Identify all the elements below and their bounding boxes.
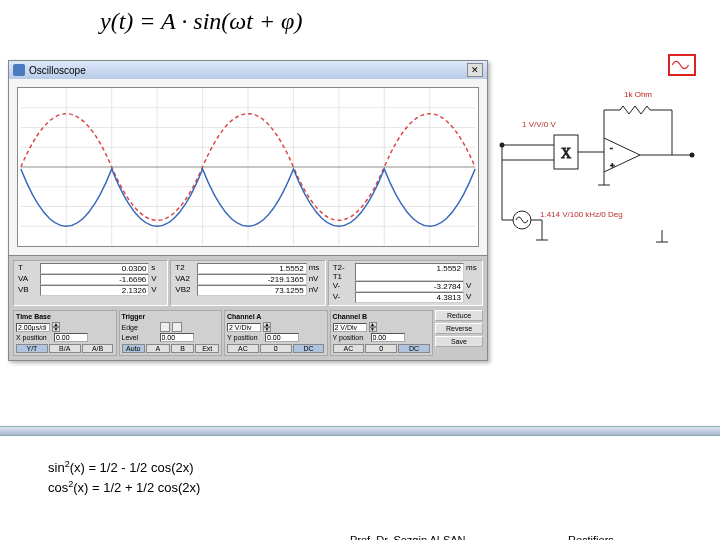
cha-scale-input[interactable] bbox=[227, 323, 261, 332]
readout-delta: T2-T11.5552ms V--3.2784V V-4.3813V bbox=[328, 260, 483, 306]
trig-ext-button[interactable]: Ext bbox=[195, 344, 219, 353]
footer-author: Prof. Dr. Sezgin ALSAN bbox=[350, 534, 466, 540]
chb-header: Channel B bbox=[333, 313, 431, 320]
timebase-panel: Time Base ▲▼ X position Y/T B/A A/B bbox=[13, 310, 117, 356]
channel-a-panel: Channel A ▲▼ Y position AC 0 DC bbox=[224, 310, 328, 356]
trigger-header: Trigger bbox=[122, 313, 220, 320]
edge-fall-button[interactable] bbox=[172, 322, 182, 332]
trig-a-button[interactable]: A bbox=[146, 344, 170, 353]
edge-rise-button[interactable] bbox=[160, 322, 170, 332]
mode-ba-button[interactable]: B/A bbox=[49, 344, 81, 353]
timebase-header: Time Base bbox=[16, 313, 114, 320]
horizontal-bar bbox=[0, 426, 720, 436]
oscilloscope-window: Oscilloscope ✕ bbox=[8, 60, 488, 361]
cha-0-button[interactable]: 0 bbox=[260, 344, 292, 353]
readout-row: T0.0300s VA-1.6696V VB2.1326V T21.5552ms… bbox=[13, 260, 483, 306]
channel-b-panel: Channel B ▲▼ Y position AC 0 DC bbox=[330, 310, 434, 356]
chb-ac-button[interactable]: AC bbox=[333, 344, 365, 353]
schematic-svg: X - + bbox=[492, 80, 702, 260]
mode-yt-button[interactable]: Y/T bbox=[16, 344, 48, 353]
trig-b-button[interactable]: B bbox=[171, 344, 195, 353]
cha-dc-button[interactable]: DC bbox=[293, 344, 325, 353]
cha-ypos-input[interactable] bbox=[265, 333, 299, 342]
chb-scale-input[interactable] bbox=[333, 323, 367, 332]
timebase-scale-input[interactable] bbox=[16, 323, 50, 332]
svg-point-39 bbox=[500, 143, 505, 148]
spinner[interactable]: ▲▼ bbox=[52, 322, 60, 332]
save-button[interactable]: Save bbox=[435, 336, 483, 347]
scope-display-area bbox=[9, 79, 487, 255]
window-title: Oscilloscope bbox=[29, 65, 86, 76]
chb-dc-button[interactable]: DC bbox=[398, 344, 430, 353]
trigger-level-input[interactable] bbox=[160, 333, 194, 342]
window-titlebar[interactable]: Oscilloscope ✕ bbox=[9, 61, 487, 79]
cha-header: Channel A bbox=[227, 313, 325, 320]
readout-t2: T21.5552ms VA2-219.1365nV VB273.1255nV bbox=[170, 260, 325, 306]
close-button[interactable]: ✕ bbox=[467, 63, 483, 77]
trig-identities: sin2(x) = 1/2 - 1/2 cos(2x) cos2(x) = 1/… bbox=[48, 458, 200, 497]
trigger-panel: Trigger Edge Level Auto A B Ext bbox=[119, 310, 223, 356]
equation-text: y(t) = A · sin(ωt + φ) bbox=[100, 8, 302, 35]
scope-screen[interactable] bbox=[17, 87, 479, 247]
cha-ac-button[interactable]: AC bbox=[227, 344, 259, 353]
svg-text:+: + bbox=[610, 161, 615, 170]
chb-0-button[interactable]: 0 bbox=[365, 344, 397, 353]
side-buttons: Reduce Reverse Save bbox=[435, 310, 483, 356]
circuit-schematic: 1k Ohm 1 V/V/0 V 1.414 V/100 kHz/0 Deg X… bbox=[492, 80, 702, 260]
svg-text:-: - bbox=[610, 143, 613, 152]
readout-t1: T0.0300s VA-1.6696V VB2.1326V bbox=[13, 260, 168, 306]
footer-topic: Rectifiers bbox=[568, 534, 614, 540]
scope-controls: T0.0300s VA-1.6696V VB2.1326V T21.5552ms… bbox=[9, 255, 487, 360]
timebase-xpos-input[interactable] bbox=[54, 333, 88, 342]
reduce-button[interactable]: Reduce bbox=[435, 310, 483, 321]
svg-point-40 bbox=[690, 153, 695, 158]
reverse-button[interactable]: Reverse bbox=[435, 323, 483, 334]
trig-auto-button[interactable]: Auto bbox=[122, 344, 146, 353]
oscilloscope-icon bbox=[13, 64, 25, 76]
svg-text:X: X bbox=[561, 146, 571, 161]
scope-waveform bbox=[18, 88, 478, 246]
chb-ypos-input[interactable] bbox=[371, 333, 405, 342]
oscilloscope-probe-icon bbox=[668, 54, 696, 76]
mode-ab-button[interactable]: A/B bbox=[82, 344, 114, 353]
